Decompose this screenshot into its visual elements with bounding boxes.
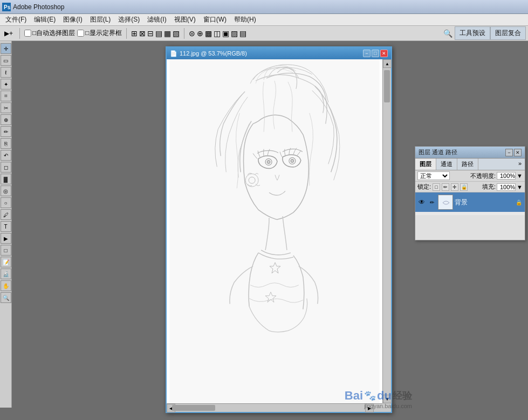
drawing-area: [167, 59, 382, 403]
menu-select[interactable]: 选择(S): [115, 14, 143, 25]
app-title: Adobe Photoshop: [13, 3, 64, 11]
menu-layer[interactable]: 图层(L): [87, 14, 114, 25]
layer-composite-button[interactable]: 图层复合: [490, 26, 526, 40]
tool-dodge[interactable]: ○: [1, 197, 11, 208]
tool-crop[interactable]: ⌗: [1, 91, 11, 101]
move-tool-button[interactable]: ▶+: [2, 29, 15, 38]
toolbar-icon-7[interactable]: ⊜: [189, 29, 195, 38]
canvas-window: 📄 112.jpg @ 53.7%(RGB/8) − □ ✕: [166, 46, 392, 413]
tab-channels[interactable]: 通道: [436, 159, 457, 170]
toolbar-icon-6[interactable]: ▧: [173, 29, 180, 38]
tab-layers[interactable]: 图层: [415, 159, 436, 170]
layer-list: 👁 ✏ 背景 🔒: [415, 192, 525, 215]
svg-text:Ps: Ps: [4, 4, 10, 10]
layer-thumbnail: [438, 195, 453, 210]
layers-panel-minimize[interactable]: −: [505, 149, 513, 156]
tool-history-brush[interactable]: ↶: [1, 150, 11, 161]
menu-window[interactable]: 窗口(W): [200, 14, 230, 25]
svg-point-4: [267, 160, 270, 163]
layers-lock-row: 锁定: □ ✏ ✛ 🔒 填充: ▼: [415, 182, 525, 192]
tool-hand[interactable]: ✋: [1, 280, 11, 291]
tool-lasso[interactable]: ℓ: [1, 67, 11, 78]
tool-blur[interactable]: ◎: [1, 185, 11, 196]
canvas-scrollbar-vertical[interactable]: ▲ ▼: [382, 59, 391, 403]
tool-text[interactable]: T: [1, 221, 11, 232]
fill-input[interactable]: [497, 183, 516, 191]
tool-notes[interactable]: 📝: [1, 257, 11, 267]
toolbar-search-icon[interactable]: 🔍: [443, 29, 452, 38]
show-bounds-label[interactable]: □显示定界框: [77, 29, 121, 38]
toolbar-icon-12[interactable]: ▨: [231, 29, 238, 38]
layers-panel-title-text: 图层 通道 路径: [419, 148, 457, 156]
blend-mode-select[interactable]: 正常: [417, 171, 450, 180]
toolbar-icon-13[interactable]: ▤: [239, 29, 246, 38]
tool-pen[interactable]: 🖊: [1, 209, 11, 220]
scroll-thumb-vertical[interactable]: [384, 70, 390, 102]
tool-path-select[interactable]: ▶: [1, 233, 11, 244]
toolbar-icon-11[interactable]: ▣: [222, 29, 229, 38]
canvas-minimize-button[interactable]: −: [363, 50, 371, 57]
auto-select-checkbox[interactable]: [24, 30, 31, 37]
menu-file[interactable]: 文件(F): [2, 14, 30, 25]
layers-panel-close[interactable]: ✕: [514, 149, 522, 156]
layer-item-background[interactable]: 👁 ✏ 背景 🔒: [415, 192, 525, 212]
tab-paths[interactable]: 路径: [457, 159, 478, 170]
layer-lock-icon: 🔒: [515, 198, 523, 206]
toolbar-icon-4[interactable]: ▤: [155, 29, 162, 38]
tool-preset-button[interactable]: 工具预设: [455, 26, 490, 40]
toolbar-icon-1[interactable]: ⊞: [131, 29, 138, 38]
canvas-image: [167, 59, 382, 403]
left-tools-panel: ✛ ▭ ℓ ✦ ⌗ ✂ ⊕ ✏ ⎘ ↶ ◻ ▓ ◎ ○ 🖊 T ▶ □ 📝 🔬 …: [0, 41, 12, 408]
tool-eraser[interactable]: ◻: [1, 162, 11, 173]
canvas-maximize-button[interactable]: □: [372, 50, 379, 57]
tool-heal[interactable]: ⊕: [1, 114, 11, 125]
fill-arrow[interactable]: ▼: [517, 184, 523, 190]
baidu-logo-text-2: du: [377, 389, 392, 403]
canvas-close-button[interactable]: ✕: [380, 50, 388, 57]
layers-panel: 图层 通道 路径 − ✕ 图层 通道 路径 » 正常 不透明度: ▼ 锁定:: [415, 146, 525, 240]
lock-all-button[interactable]: 🔒: [460, 183, 468, 191]
opacity-arrow[interactable]: ▼: [517, 173, 523, 179]
toolbar-icon-2[interactable]: ⊠: [139, 29, 146, 38]
toolbar: ▶+ □自动选择图层 □显示定界框 ⊞ ⊠ ⊟ ▤ ▦ ▧ ⊜ ⊕ ▩ ◫ ▣ …: [0, 26, 528, 41]
tool-eyedropper[interactable]: 🔬: [1, 268, 11, 279]
toolbar-icon-10[interactable]: ◫: [214, 29, 221, 38]
menu-help[interactable]: 帮助(H): [231, 14, 259, 25]
layers-tabs: 图层 通道 路径 »: [415, 159, 525, 170]
menu-image[interactable]: 图像(I): [60, 14, 85, 25]
tool-magic-wand[interactable]: ✦: [1, 79, 11, 89]
tool-brush[interactable]: ✏: [1, 126, 11, 137]
lock-position-button[interactable]: ✛: [451, 183, 458, 191]
baidu-logo-text: Bai: [345, 389, 363, 403]
scroll-thumb-horizontal[interactable]: [172, 405, 215, 411]
tool-zoom[interactable]: 🔍: [1, 292, 11, 303]
tool-clone[interactable]: ⎘: [1, 138, 11, 149]
toolbar-separator-1: [19, 28, 20, 39]
toolbar-icon-5[interactable]: ▦: [164, 29, 171, 38]
menu-filter[interactable]: 滤镜(I): [144, 14, 169, 25]
show-bounds-checkbox[interactable]: [77, 30, 84, 37]
toolbar-icon-8[interactable]: ⊕: [197, 29, 203, 38]
lock-pixels-button[interactable]: ✏: [442, 183, 449, 191]
toolbar-icon-9[interactable]: ▩: [205, 29, 212, 38]
tool-select-rect[interactable]: ▭: [1, 55, 11, 66]
canvas-file-icon: 📄: [170, 50, 177, 57]
toolbar-separator-2: [126, 28, 127, 39]
opacity-input[interactable]: [497, 172, 516, 180]
auto-select-label[interactable]: □自动选择图层: [24, 29, 75, 38]
app-icon: Ps: [2, 3, 11, 11]
tool-shape[interactable]: □: [1, 245, 11, 256]
toolbar-right: 🔍 工具预设 图层复合: [443, 26, 526, 40]
toolbar-icon-3[interactable]: ⊟: [147, 29, 154, 38]
scroll-up-button[interactable]: ▲: [383, 59, 392, 68]
layer-visibility-icon[interactable]: 👁: [417, 198, 426, 206]
tool-gradient[interactable]: ▓: [1, 174, 11, 184]
menu-view[interactable]: 视图(V): [171, 14, 199, 25]
menu-edit[interactable]: 编辑(E): [31, 14, 59, 25]
tool-move[interactable]: ✛: [1, 43, 11, 54]
move-tool-label: ▶+: [4, 30, 13, 37]
menu-bar: 文件(F) 编辑(E) 图像(I) 图层(L) 选择(S) 滤镜(I) 视图(V…: [0, 14, 528, 26]
lock-transparency-button[interactable]: □: [433, 183, 440, 191]
tabs-more-icon[interactable]: »: [515, 159, 525, 170]
tool-slice[interactable]: ✂: [1, 102, 11, 113]
